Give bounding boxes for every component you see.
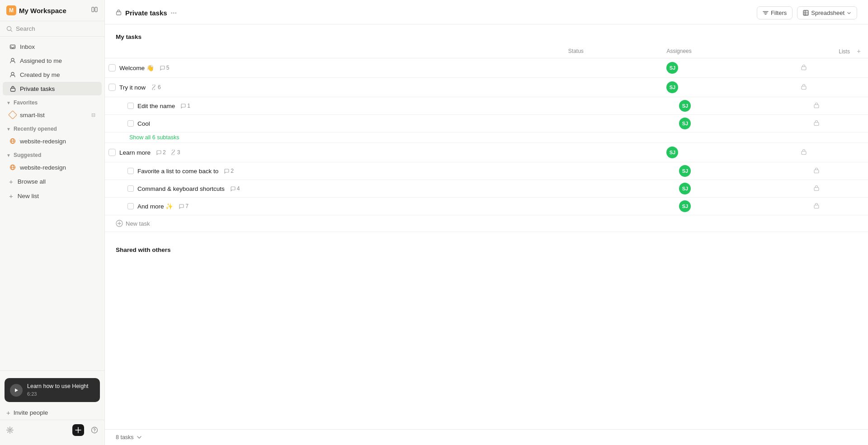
sidebar-header: M My Workspace bbox=[0, 0, 104, 21]
avatar: SJ bbox=[679, 100, 691, 112]
show-subtasks-button[interactable]: Show all 6 subtasks bbox=[129, 134, 179, 141]
avatar: SJ bbox=[679, 183, 691, 194]
main-footer[interactable]: 8 tasks bbox=[105, 429, 868, 445]
globe-icon-recent bbox=[9, 137, 16, 145]
inbox-label: Inbox bbox=[20, 43, 35, 50]
sidebar-item-inbox[interactable]: Inbox bbox=[3, 40, 102, 53]
favorites-header[interactable]: ▼ Favorites bbox=[0, 96, 104, 108]
comment-icon bbox=[224, 168, 229, 174]
learn-card-title: Learn how to use Height bbox=[27, 383, 89, 391]
subtask-checkbox[interactable] bbox=[127, 103, 134, 109]
subtask-checkbox[interactable] bbox=[127, 203, 134, 209]
task-meta: 5 bbox=[160, 65, 170, 71]
subtask-checkbox[interactable] bbox=[127, 185, 134, 192]
sidebar-toggle-icon[interactable] bbox=[91, 6, 98, 15]
filters-button[interactable]: Filters bbox=[757, 6, 793, 19]
plus-list-icon: + bbox=[9, 192, 13, 200]
sidebar-item-website-redesign-recent[interactable]: website-redesign bbox=[3, 134, 102, 148]
subtask-name-cell: And more ✨ 7 bbox=[127, 203, 557, 210]
task-assignees: SJ bbox=[661, 97, 796, 115]
task-lists bbox=[796, 180, 868, 198]
comment-icon bbox=[230, 186, 236, 191]
spreadsheet-button[interactable]: Spreadsheet bbox=[797, 6, 857, 19]
compose-icon[interactable] bbox=[72, 424, 85, 438]
add-column-icon[interactable]: + bbox=[857, 47, 861, 55]
task-meta: 2 3 bbox=[156, 149, 180, 156]
main-header: Private tasks ··· Filters Spreadsheet bbox=[105, 0, 868, 24]
assigned-label: Assigned to me bbox=[20, 57, 62, 64]
svg-line-30 bbox=[153, 87, 155, 88]
task-checkbox[interactable] bbox=[108, 64, 116, 71]
subtask-checkbox[interactable] bbox=[127, 120, 134, 127]
settings-icon[interactable] bbox=[6, 426, 14, 435]
private-label: Private tasks bbox=[20, 85, 55, 92]
avatar: SJ bbox=[666, 62, 678, 74]
task-lists bbox=[796, 162, 868, 180]
plus-browse-icon: + bbox=[9, 178, 13, 185]
task-name: And more ✨ bbox=[137, 203, 173, 210]
favorites-label: Favorites bbox=[14, 99, 38, 106]
sidebar-item-private[interactable]: Private tasks bbox=[3, 82, 102, 95]
comment-count: 1 bbox=[180, 103, 190, 109]
lock-nav-icon bbox=[9, 85, 16, 92]
workspace-name[interactable]: M My Workspace bbox=[6, 5, 66, 15]
task-meta: 7 bbox=[179, 203, 189, 209]
favorites-chevron: ▼ bbox=[6, 100, 11, 105]
sidebar-item-smart-list[interactable]: smart-list ⊟ bbox=[3, 108, 102, 122]
task-checkbox[interactable] bbox=[108, 149, 116, 156]
task-lists bbox=[796, 143, 868, 162]
recently-opened-label: Recently opened bbox=[14, 126, 57, 132]
task-lists bbox=[796, 115, 868, 133]
new-task-button[interactable]: New task bbox=[116, 220, 857, 227]
list-lock-icon bbox=[814, 103, 819, 109]
task-name-cell: Learn more 2 3 bbox=[108, 149, 557, 156]
smart-list-label: smart-list bbox=[20, 112, 45, 118]
sidebar: M My Workspace Search Inbox Assigned to … bbox=[0, 0, 105, 445]
footer-right-icons bbox=[72, 424, 98, 438]
invite-people-item[interactable]: + Invite people bbox=[0, 406, 104, 420]
task-status bbox=[563, 58, 661, 78]
chevron-down-icon bbox=[847, 11, 851, 15]
task-checkbox[interactable] bbox=[108, 84, 116, 91]
comment-count: 7 bbox=[179, 203, 189, 209]
task-assignees: SJ bbox=[661, 115, 796, 133]
sidebar-item-website-redesign-suggested[interactable]: website-redesign bbox=[3, 161, 102, 174]
plus-invite-icon: + bbox=[6, 409, 10, 417]
recently-opened-header[interactable]: ▼ Recently opened bbox=[0, 122, 104, 134]
sidebar-footer bbox=[0, 420, 104, 441]
subtask-name-cell: Cool bbox=[127, 120, 557, 127]
my-tasks-section: My tasks bbox=[105, 24, 868, 44]
task-assignees: SJ bbox=[661, 58, 796, 78]
task-name: Learn more bbox=[119, 149, 151, 156]
task-assignees: SJ bbox=[661, 198, 796, 215]
new-task-row: New task bbox=[105, 215, 868, 232]
sidebar-item-created[interactable]: Created by me bbox=[3, 68, 102, 81]
subtask-checkbox[interactable] bbox=[127, 168, 134, 174]
learn-card[interactable]: Learn how to use Height 6:23 bbox=[5, 378, 100, 402]
list-lock-icon bbox=[801, 65, 807, 71]
col-header-task bbox=[105, 44, 563, 58]
suggested-header[interactable]: ▼ Suggested bbox=[0, 148, 104, 160]
smart-list-filter-icon: ⊟ bbox=[91, 112, 95, 118]
browse-all-item[interactable]: + Browse all bbox=[3, 175, 102, 189]
comment-count: 5 bbox=[160, 65, 170, 71]
task-status bbox=[563, 180, 661, 198]
filter-icon bbox=[763, 10, 769, 16]
new-list-label: New list bbox=[18, 193, 39, 199]
svg-rect-1 bbox=[95, 7, 97, 12]
chevron-down-icon bbox=[137, 435, 142, 440]
svg-rect-29 bbox=[802, 67, 806, 70]
svg-point-6 bbox=[11, 72, 14, 75]
task-status bbox=[563, 143, 661, 162]
new-list-item[interactable]: + New list bbox=[3, 189, 102, 203]
comment-count: 2 bbox=[156, 149, 166, 156]
svg-line-3 bbox=[11, 30, 12, 31]
table-row: Command & keyboard shortcuts 4 SJ bbox=[105, 180, 868, 198]
search-bar[interactable]: Search bbox=[0, 21, 104, 37]
table-row: Learn more 2 3 bbox=[105, 143, 868, 162]
svg-rect-35 bbox=[802, 151, 806, 155]
more-options-icon[interactable]: ··· bbox=[171, 9, 177, 17]
sidebar-item-assigned[interactable]: Assigned to me bbox=[3, 54, 102, 67]
task-lists bbox=[796, 78, 868, 97]
help-icon[interactable] bbox=[91, 426, 98, 435]
